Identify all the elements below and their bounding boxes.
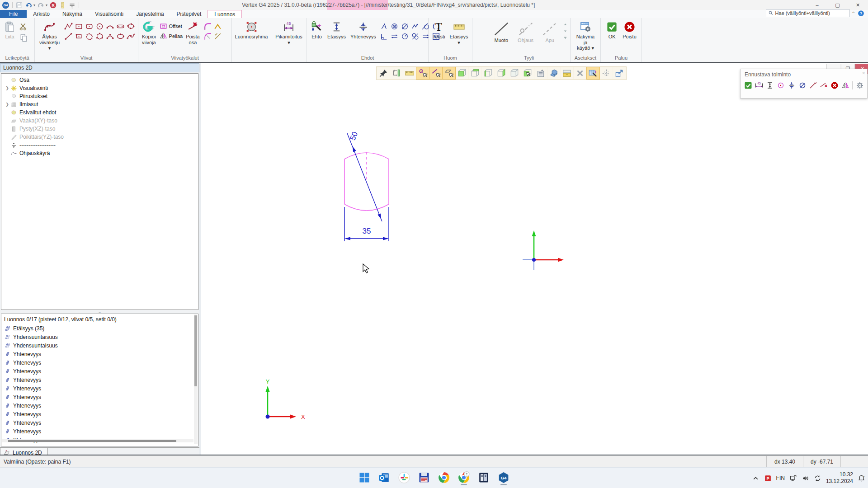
paste-button[interactable]: Liitä [2,20,17,40]
v-arc2-button[interactable] [105,32,115,41]
constraint-item[interactable]: Yhdensuuntaisuus [1,333,198,341]
tree-item-6[interactable]: Pysty(XZ)-taso [1,125,198,133]
maximize-button[interactable]: ▢ [827,0,848,10]
constraint-item[interactable]: Yhtenevyys [1,384,198,393]
taskbar-cards-button[interactable] [477,471,490,485]
taskbar-g4hex-button[interactable]: G4 [497,471,510,485]
search-input[interactable]: Hae (välilyönti+välilyönti) [766,9,849,17]
cube-front-button[interactable] [456,67,468,79]
redo-icon[interactable] [37,1,45,9]
constraint-item[interactable]: Yhtenevyys [1,444,198,446]
expand-chevron-icon[interactable]: ❯ [4,86,10,90]
search-collapse-icon[interactable]: ⌃ [852,11,855,16]
pin-button[interactable] [377,67,390,79]
c-radius-button[interactable] [400,32,410,41]
tree-item-8[interactable]: -------------------- [1,141,198,149]
network-icon[interactable] [789,474,797,482]
constraint-item[interactable]: Yhtenevyys [1,393,198,401]
menu-tab-file[interactable]: File [0,10,27,18]
clock[interactable]: 10.32 13.12.2024 [826,471,853,485]
sketch-group-button[interactable]: Luonnosryhmä [234,20,269,40]
drawer-button[interactable] [561,67,573,79]
copy-button[interactable] [19,33,28,42]
quick-dimension-button[interactable]: 45Pikamitoitus ▾ [274,20,303,46]
taskbar-vxsave-button[interactable] [418,471,430,485]
gear-button[interactable] [855,80,864,90]
list-vscroll-thumb[interactable] [194,315,197,386]
c-concentric-button[interactable] [390,22,399,31]
language-indicator[interactable]: FIN [776,475,785,481]
menu-tab-luonnos[interactable]: Luonnos [208,10,242,18]
tray-chevron-up-icon[interactable] [752,474,760,482]
menu-tab-näkymä[interactable]: Näkymä [56,10,89,18]
menu-tab-visualisointi[interactable]: Visualisointi [89,10,130,18]
cube-back-button[interactable] [469,67,481,79]
remove-part-button[interactable]: Poista osa [184,20,201,46]
v-arc-button[interactable] [105,22,115,31]
coincident-constraint-button[interactable]: Yhtenevyys [349,20,377,40]
delete-x-button[interactable] [574,67,586,79]
constraint-item[interactable]: Yhtenevyys [1,358,198,367]
taskbar-win-button[interactable] [358,471,371,485]
menu-tab-arkisto[interactable]: Arkisto [27,10,56,18]
fillet2-button[interactable] [203,32,212,41]
list-menu-button[interactable] [534,67,547,79]
circle-dot-button[interactable] [776,80,785,90]
v-poly-button[interactable] [95,32,104,41]
dimension-35-value[interactable]: 35 [363,227,371,235]
cube-right-button[interactable] [495,67,508,79]
mirror-button[interactable]: Peilaa [159,32,183,40]
style-shape-line[interactable]: Muoto [490,20,513,43]
close-button[interactable]: ✕ [848,0,868,10]
panel-close-icon[interactable]: ✕ [862,71,865,75]
v-circle-button[interactable] [95,22,104,31]
taskbar-outlook-button[interactable] [378,471,391,485]
note-dimension-button[interactable]: Etäisyys ▾ [448,20,470,46]
constraint-item[interactable]: Yhtenevyys [1,418,198,427]
view-settings-button[interactable]: Näkymä ja käyttö ▾ [573,20,598,52]
no-sign-button[interactable] [797,80,807,90]
constraint-button[interactable]: Ehto [309,20,324,40]
v-spline-button[interactable] [126,32,136,41]
save-icon[interactable] [15,1,23,9]
tray-p-badge-icon[interactable]: P [764,474,772,482]
dropdown-caret-icon[interactable]: ▾ [33,3,35,7]
constraint-item[interactable]: Etäisyys (35) [1,324,198,333]
dimension-35[interactable] [344,207,389,241]
offset-button[interactable]: Offset [159,22,183,30]
constraint-item[interactable]: Yhtenevyys [1,401,198,410]
v-blob-button[interactable] [126,22,136,31]
export-button[interactable] [613,67,626,79]
constraint-item[interactable]: Yhtenevyys [1,427,198,436]
cube-left-button[interactable] [482,67,495,79]
ruler-button[interactable] [403,67,416,79]
chamfer-button[interactable] [213,22,222,31]
constraint-item[interactable]: Yhtenevyys [1,350,198,358]
tree-item-9[interactable]: Ohjauskäyrä [1,149,198,157]
snap-center-button[interactable] [416,67,429,79]
tree-item-3[interactable]: ❯ Ilmiasut [1,100,198,108]
constraint-item[interactable]: Yhtenevyys [1,367,198,375]
panel-header[interactable]: Luonnos 2D [0,63,199,72]
dim-I-button[interactable] [765,80,775,90]
constraint-item[interactable]: Yhtenevyys [1,410,198,418]
dim45-button[interactable]: 45 [755,80,764,90]
v-gear-button[interactable] [85,32,94,41]
sync-icon[interactable] [814,474,821,482]
menu-tab-pistepilvet[interactable]: Pistepilvet [170,10,208,18]
taskbar-slack-button[interactable] [398,471,410,485]
v-rect2-button[interactable] [85,22,94,31]
dim-ref-button[interactable] [390,67,403,79]
v-rect-button[interactable] [74,22,84,31]
dropdown-caret-icon[interactable]: ▾ [46,3,47,7]
trim-button[interactable] [819,80,829,90]
symmetry-button[interactable] [787,80,796,90]
cube-select-button[interactable] [521,67,534,79]
style-scroll[interactable] [563,22,568,40]
v-ellipse-button[interactable] [116,32,125,41]
menu-tab-järjestelmä[interactable]: Järjestelmä [130,10,170,18]
speaker-icon[interactable] [802,474,809,482]
exit-button[interactable]: Poistu [621,20,638,40]
minimize-button[interactable]: – [807,0,827,10]
c-direction-button[interactable] [410,22,420,31]
